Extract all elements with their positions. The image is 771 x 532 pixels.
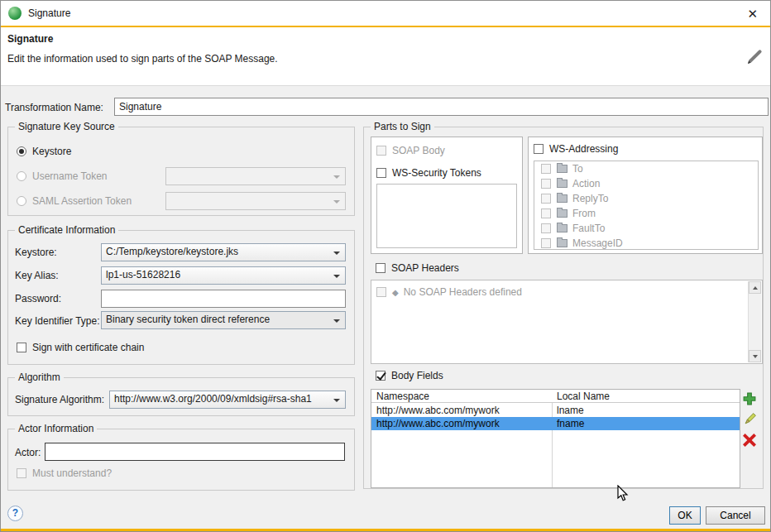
ws-addressing-item-action: Action bbox=[534, 176, 758, 191]
ws-security-tokens-checkbox[interactable]: WS-Security Tokens bbox=[376, 167, 481, 179]
ws-security-tokens-list[interactable] bbox=[376, 184, 517, 248]
sign-with-certificate-chain-label: Sign with certificate chain bbox=[32, 342, 144, 353]
must-understand-control bbox=[17, 468, 26, 478]
ws-addressing-item-checkbox bbox=[541, 194, 551, 204]
column-header-namespace: Namespace bbox=[376, 391, 429, 402]
folder-icon bbox=[557, 165, 567, 173]
body-fields-table: Namespace Local Name http://www.abc.com/… bbox=[371, 389, 740, 488]
signature-algorithm-value: http://www.w3.org/2000/09/xmldsig#rsa-sh… bbox=[114, 393, 312, 405]
signature-pen-icon bbox=[745, 49, 764, 65]
actor-information-group: Actor Information Actor: Must understand… bbox=[7, 429, 355, 491]
ws-addressing-item-checkbox bbox=[541, 164, 551, 174]
ws-addressing-control[interactable] bbox=[534, 144, 544, 154]
cell-namespace: http://www.abc.com/mywork bbox=[376, 418, 500, 429]
radio-keystore-label: Keystore bbox=[32, 146, 71, 157]
edit-row-icon[interactable] bbox=[743, 413, 756, 426]
ws-security-tokens-panel: SOAP Body WS-Security Tokens bbox=[371, 137, 523, 254]
ws-addressing-item-label: MessageID bbox=[572, 237, 623, 249]
transformation-name-label: Transformation Name: bbox=[5, 102, 103, 113]
cell-local-name: lname bbox=[557, 405, 584, 416]
parts-to-sign-group: Parts to Sign SOAP Body WS-Security Toke… bbox=[363, 127, 764, 489]
soap-headers-checkbox[interactable]: SOAP Headers bbox=[376, 262, 459, 274]
signature-key-source-group: Signature Key Source Keystore Username T… bbox=[7, 127, 355, 216]
ws-addressing-item-faultto: FaultTo bbox=[534, 221, 758, 236]
page-description: Edit the information used to sign parts … bbox=[7, 53, 278, 65]
body-fields-checkbox[interactable]: Body Fields bbox=[376, 370, 443, 381]
actor-field[interactable] bbox=[45, 443, 345, 461]
ws-addressing-item-label: Action bbox=[572, 178, 600, 189]
body-fields-actions bbox=[743, 392, 758, 483]
ws-addressing-panel: WS-Addressing To Action ReplyTo bbox=[528, 137, 763, 254]
folder-icon bbox=[557, 180, 567, 188]
close-icon[interactable]: ✕ bbox=[742, 6, 763, 22]
radio-username-token-control bbox=[17, 171, 26, 181]
ws-addressing-item-label: ReplyTo bbox=[572, 193, 608, 204]
app-icon bbox=[8, 7, 22, 20]
key-alias-select[interactable]: lp1-us-51628216 bbox=[101, 266, 346, 285]
signature-key-source-title: Signature Key Source bbox=[15, 121, 118, 132]
ws-addressing-item-checkbox bbox=[541, 208, 551, 218]
scroll-up-icon[interactable] bbox=[749, 281, 761, 294]
key-identifier-type-select[interactable]: Binary security token direct reference bbox=[101, 311, 346, 329]
body-fields-table-header: Namespace Local Name bbox=[371, 390, 740, 403]
ws-addressing-item-checkbox bbox=[541, 223, 551, 233]
actor-label: Actor: bbox=[15, 447, 41, 458]
soap-header-item-icon: ◆ bbox=[392, 288, 399, 297]
radio-keystore-control[interactable] bbox=[17, 146, 26, 156]
radio-username-token-label: Username Token bbox=[32, 170, 108, 182]
ws-addressing-list: To Action ReplyTo From bbox=[534, 161, 759, 250]
keystore-select[interactable]: C:/Temp/keystore/keystore.jks bbox=[101, 243, 346, 261]
table-row[interactable]: http://www.abc.com/mywork lname bbox=[371, 404, 740, 417]
ws-addressing-item-replyto: ReplyTo bbox=[534, 191, 758, 206]
username-token-select bbox=[165, 167, 346, 185]
dialog-header: Signature Edit the information used to s… bbox=[1, 27, 770, 86]
body-fields-label: Body Fields bbox=[391, 370, 443, 381]
ws-addressing-item-checkbox bbox=[541, 179, 551, 189]
password-label: Password: bbox=[15, 293, 61, 304]
soap-headers-control[interactable] bbox=[376, 263, 386, 273]
column-header-local-name: Local Name bbox=[557, 391, 610, 402]
soap-headers-empty-row: ◆ No SOAP Headers defined bbox=[376, 286, 522, 298]
soap-body-checkbox: SOAP Body bbox=[376, 145, 445, 156]
parts-to-sign-title: Parts to Sign bbox=[371, 121, 434, 132]
accent-line-bottom bbox=[1, 529, 770, 531]
soap-headers-list: ◆ No SOAP Headers defined bbox=[371, 280, 763, 364]
soap-headers-scrollbar[interactable] bbox=[748, 281, 761, 362]
ws-addressing-item-from: From bbox=[534, 206, 758, 221]
radio-saml-token-control bbox=[17, 196, 26, 206]
signature-algorithm-select[interactable]: http://www.w3.org/2000/09/xmldsig#rsa-sh… bbox=[109, 391, 346, 409]
key-alias-label: Key Alias: bbox=[15, 270, 59, 281]
radio-username-token: Username Token bbox=[17, 170, 108, 182]
folder-icon bbox=[557, 209, 567, 218]
cancel-button[interactable]: Cancel bbox=[706, 506, 765, 525]
folder-icon bbox=[557, 224, 567, 232]
transformation-name-input[interactable] bbox=[114, 98, 769, 116]
table-row-selected[interactable]: http://www.abc.com/mywork fname bbox=[371, 417, 740, 430]
folder-icon bbox=[557, 239, 567, 247]
ws-addressing-item-label: FaultTo bbox=[572, 223, 605, 234]
sign-with-certificate-chain-checkbox[interactable]: Sign with certificate chain bbox=[17, 342, 144, 353]
body-fields-control[interactable] bbox=[376, 371, 386, 381]
soap-headers-label: SOAP Headers bbox=[391, 262, 459, 274]
sign-with-certificate-chain-control[interactable] bbox=[17, 343, 26, 352]
scroll-down-icon[interactable] bbox=[749, 350, 761, 362]
soap-body-label: SOAP Body bbox=[392, 145, 445, 156]
help-icon[interactable]: ? bbox=[7, 506, 23, 521]
ws-addressing-checkbox[interactable]: WS-Addressing bbox=[534, 143, 618, 155]
radio-keystore[interactable]: Keystore bbox=[17, 146, 71, 157]
add-row-icon[interactable] bbox=[743, 392, 756, 405]
ws-addressing-item-label: To bbox=[572, 163, 583, 175]
signature-algorithm-label: Signature Algorithm: bbox=[15, 394, 104, 405]
key-alias-select-value: lp1-us-51628216 bbox=[106, 269, 180, 280]
soap-headers-empty-label: No SOAP Headers defined bbox=[404, 286, 522, 298]
cell-namespace: http://www.abc.com/mywork bbox=[376, 405, 500, 416]
ok-button[interactable]: OK bbox=[669, 506, 701, 525]
must-understand-checkbox: Must understand? bbox=[17, 467, 112, 479]
ws-addressing-item-checkbox bbox=[541, 238, 551, 248]
must-understand-label: Must understand? bbox=[32, 467, 112, 479]
ws-security-tokens-control[interactable] bbox=[376, 168, 386, 178]
radio-saml-token: SAML Assertion Token bbox=[17, 195, 132, 207]
delete-row-icon[interactable] bbox=[743, 434, 756, 447]
password-field[interactable] bbox=[101, 290, 346, 308]
actor-information-title: Actor Information bbox=[15, 423, 97, 434]
